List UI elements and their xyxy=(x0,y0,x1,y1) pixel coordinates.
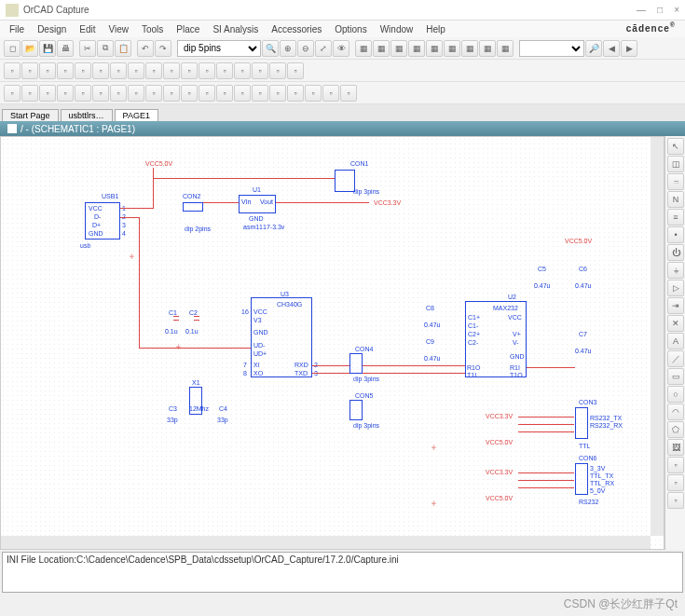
t3j-icon[interactable]: ▫ xyxy=(163,85,180,102)
tool-b-icon[interactable]: ▦ xyxy=(373,40,390,57)
menu-options[interactable]: Options xyxy=(329,23,372,35)
ground-icon[interactable]: ⏚ xyxy=(667,262,684,279)
menu-window[interactable]: Window xyxy=(375,23,419,35)
part-combo[interactable]: dip 5pins xyxy=(177,40,261,57)
find-icon[interactable]: 🔎 xyxy=(585,40,602,57)
t3l-icon[interactable]: ▫ xyxy=(199,85,215,102)
t3s-icon[interactable]: ▫ xyxy=(322,85,339,102)
menu-place[interactable]: Place xyxy=(171,23,205,35)
t2c-icon[interactable]: ▫ xyxy=(39,62,56,79)
tool-e-icon[interactable]: ▦ xyxy=(426,40,443,57)
tool-c-icon[interactable]: ▦ xyxy=(390,40,407,57)
next-icon[interactable]: ▶ xyxy=(621,40,637,57)
tool-a-icon[interactable]: ▦ xyxy=(355,40,372,57)
tab-page1[interactable]: PAGE1 xyxy=(115,109,158,121)
net-icon[interactable]: N xyxy=(667,191,684,208)
t3d-icon[interactable]: ▫ xyxy=(57,85,74,102)
power-icon[interactable]: ⏻ xyxy=(667,244,684,261)
t2h-icon[interactable]: ▫ xyxy=(128,62,144,79)
t2p-icon[interactable]: ▫ xyxy=(269,62,286,79)
t3o-icon[interactable]: ▫ xyxy=(252,85,268,102)
save-icon[interactable]: 💾 xyxy=(39,40,56,57)
zoomfit-icon[interactable]: ⤢ xyxy=(315,40,332,57)
scrollbar-v[interactable] xyxy=(651,137,664,536)
tool-g-icon[interactable]: ▦ xyxy=(461,40,478,57)
tool-d-icon[interactable]: ▦ xyxy=(408,40,425,57)
schematic-canvas[interactable]: USB1 VCC D- D+ GND 1 2 3 4 usb VCC5.0V C… xyxy=(0,136,664,550)
tool-f-icon[interactable]: ▦ xyxy=(444,40,460,57)
t2f-icon[interactable]: ▫ xyxy=(92,62,109,79)
t3r-icon[interactable]: ▫ xyxy=(305,85,322,102)
poly-icon[interactable]: ⬠ xyxy=(667,421,684,438)
t2e-icon[interactable]: ▫ xyxy=(75,62,91,79)
redo-icon[interactable]: ↷ xyxy=(155,40,171,57)
menu-view[interactable]: View xyxy=(103,23,135,35)
bus-icon[interactable]: ≡ xyxy=(667,209,684,226)
t2i-icon[interactable]: ▫ xyxy=(145,62,162,79)
minimize-button[interactable]: — xyxy=(637,5,646,15)
misc1-icon[interactable]: ▫ xyxy=(667,457,684,473)
t2a-icon[interactable]: ▫ xyxy=(4,62,21,79)
open-icon[interactable]: 📂 xyxy=(21,40,38,57)
t3m-icon[interactable]: ▫ xyxy=(216,85,233,102)
noconnect-icon[interactable]: ✕ xyxy=(667,315,684,332)
t3k-icon[interactable]: ▫ xyxy=(181,85,198,102)
t2g-icon[interactable]: ▫ xyxy=(110,62,127,79)
menu-tools[interactable]: Tools xyxy=(136,23,169,35)
t3b-icon[interactable]: ▫ xyxy=(21,85,38,102)
undo-icon[interactable]: ↶ xyxy=(137,40,154,57)
combo2[interactable] xyxy=(519,40,584,57)
rect-icon[interactable]: ▭ xyxy=(667,368,684,385)
menu-file[interactable]: File xyxy=(4,23,30,35)
cut-icon[interactable]: ✂ xyxy=(79,40,96,57)
t3e-icon[interactable]: ▫ xyxy=(75,85,91,102)
misc2-icon[interactable]: ▫ xyxy=(667,474,684,491)
comp-con5[interactable] xyxy=(349,400,363,420)
t3t-icon[interactable]: ▫ xyxy=(340,85,357,102)
text-icon[interactable]: A xyxy=(667,333,684,349)
comp-con2[interactable] xyxy=(183,202,203,212)
scrollbar-h[interactable] xyxy=(1,536,651,549)
t2b-icon[interactable]: ▫ xyxy=(21,62,38,79)
port-icon[interactable]: ▷ xyxy=(667,280,684,296)
line-icon[interactable]: ／ xyxy=(667,350,684,367)
prev-icon[interactable]: ◀ xyxy=(603,40,620,57)
new-icon[interactable]: ◻ xyxy=(4,40,21,57)
t3n-icon[interactable]: ▫ xyxy=(234,85,251,102)
t2o-icon[interactable]: ▫ xyxy=(252,62,268,79)
t3h-icon[interactable]: ▫ xyxy=(128,85,144,102)
t2m-icon[interactable]: ▫ xyxy=(216,62,233,79)
place-part-icon[interactable]: ◫ xyxy=(667,156,684,172)
t2j-icon[interactable]: ▫ xyxy=(163,62,180,79)
zoomout-icon[interactable]: ⊖ xyxy=(297,40,314,57)
t3q-icon[interactable]: ▫ xyxy=(287,85,304,102)
comp-con1[interactable] xyxy=(335,170,355,192)
t2k-icon[interactable]: ▫ xyxy=(181,62,198,79)
pic-icon[interactable]: 🖼 xyxy=(667,439,684,456)
menu-si[interactable]: SI Analysis xyxy=(207,23,264,35)
menu-design[interactable]: Design xyxy=(32,23,72,35)
t3i-icon[interactable]: ▫ xyxy=(145,85,162,102)
misc3-icon[interactable]: ▫ xyxy=(667,492,684,509)
close-button[interactable]: × xyxy=(674,5,679,15)
t2q-icon[interactable]: ▫ xyxy=(287,62,304,79)
comp-con6[interactable] xyxy=(575,463,588,495)
junction-icon[interactable]: • xyxy=(667,226,684,243)
tab-startpage[interactable]: Start Page xyxy=(2,109,59,121)
tab-project[interactable]: usbttlrs… xyxy=(61,109,113,121)
arc-icon[interactable]: ◠ xyxy=(667,404,684,420)
t3a-icon[interactable]: ▫ xyxy=(4,85,21,102)
copy-icon[interactable]: ⧉ xyxy=(97,40,114,57)
t2d-icon[interactable]: ▫ xyxy=(57,62,74,79)
search-icon[interactable]: 🔍 xyxy=(262,40,279,57)
paste-icon[interactable]: 📋 xyxy=(115,40,131,57)
t3g-icon[interactable]: ▫ xyxy=(110,85,127,102)
offpage-icon[interactable]: ⇥ xyxy=(667,297,684,314)
print-icon[interactable]: 🖶 xyxy=(57,40,74,57)
zoomin-icon[interactable]: ⊕ xyxy=(280,40,296,57)
ellipse-icon[interactable]: ○ xyxy=(667,386,684,403)
wire-icon[interactable]: ⎓ xyxy=(667,173,684,190)
menu-edit[interactable]: Edit xyxy=(74,23,101,35)
eye-icon[interactable]: 👁 xyxy=(333,40,349,57)
t3p-icon[interactable]: ▫ xyxy=(269,85,286,102)
